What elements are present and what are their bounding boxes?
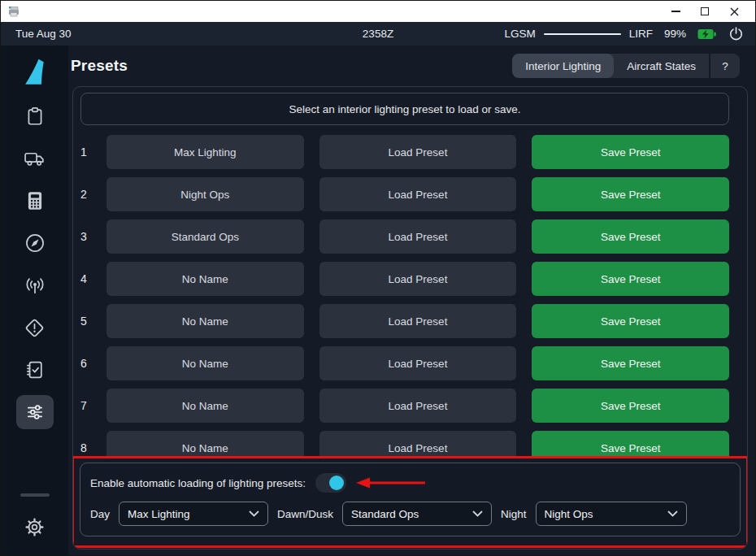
preset-name-button[interactable]: No Name <box>106 346 304 380</box>
auto-load-panel: Enable automatic loading of lighting pre… <box>80 463 741 536</box>
annotation-arrow <box>356 476 426 489</box>
chevron-down-icon <box>667 510 678 517</box>
load-preset-button[interactable]: Load Preset <box>319 262 517 296</box>
preset-name-button[interactable]: No Name <box>106 262 304 296</box>
auto-load-toggle[interactable] <box>315 473 346 493</box>
battery-charging-icon <box>697 28 717 40</box>
app-window: Tue Aug 30 2358Z LGSM LIRF 99% <box>0 0 756 556</box>
day-preset-value: Max Lighting <box>128 508 190 520</box>
checklist-icon <box>24 359 46 380</box>
load-preset-button[interactable]: Load Preset <box>319 177 517 211</box>
route-destination: LIRF <box>629 28 653 40</box>
sidebar-item-settings[interactable] <box>16 510 54 544</box>
preset-row: 6 No Name Load Preset Save Preset <box>80 346 729 380</box>
preset-number: 5 <box>80 315 91 328</box>
load-preset-button[interactable]: Load Preset <box>319 135 517 169</box>
sidebar-item-checklist[interactable] <box>16 353 54 387</box>
chevron-down-icon <box>472 510 483 517</box>
minimize-icon[interactable] <box>661 2 690 20</box>
load-preset-button[interactable]: Load Preset <box>319 346 517 380</box>
flight-route: LGSM LIRF <box>504 28 653 40</box>
sidebar-item-calculator[interactable] <box>16 184 54 218</box>
sidebar-nav <box>1 46 68 555</box>
night-preset-select[interactable]: Night Ops <box>536 502 687 526</box>
close-icon[interactable] <box>719 2 749 20</box>
toggle-knob <box>329 476 344 490</box>
sidebar-item-alerts[interactable] <box>16 311 54 345</box>
preset-row: 3 Standard Ops Load Preset Save Preset <box>80 219 729 254</box>
preset-row: 4 No Name Load Preset Save Preset <box>80 262 729 296</box>
preset-number: 4 <box>80 272 91 285</box>
preset-number: 2 <box>80 188 91 201</box>
battery-percent: 99% <box>664 28 686 40</box>
night-preset-value: Night Ops <box>545 508 593 520</box>
preset-number: 1 <box>80 146 91 159</box>
preset-number: 8 <box>80 441 91 454</box>
route-origin: LGSM <box>504 28 535 40</box>
save-preset-button[interactable]: Save Preset <box>532 389 729 423</box>
preset-row: 7 No Name Load Preset Save Preset <box>80 389 729 423</box>
chevron-down-icon <box>249 510 259 517</box>
antenna-icon <box>24 275 46 296</box>
compass-icon <box>24 232 46 254</box>
night-label: Night <box>501 508 527 520</box>
sidebar-item-presets[interactable] <box>16 395 54 429</box>
dawn-dusk-label: Dawn/Dusk <box>277 508 333 520</box>
status-bar: Tue Aug 30 2358Z LGSM LIRF 99% <box>1 22 755 46</box>
save-preset-button[interactable]: Save Preset <box>532 262 729 296</box>
save-preset-button[interactable]: Save Preset <box>532 346 729 380</box>
dawn-dusk-preset-value: Standard Ops <box>351 508 419 520</box>
preset-row: 1 Max Lighting Load Preset Save Preset <box>80 135 729 169</box>
preset-number: 7 <box>80 399 91 412</box>
preset-list-container: Select an interior lighting preset to lo… <box>72 86 748 549</box>
clipboard-icon <box>24 106 46 127</box>
titlebar <box>1 1 755 22</box>
maximize-icon[interactable] <box>690 2 719 20</box>
sidebar-item-comms[interactable] <box>16 268 54 302</box>
save-preset-button[interactable]: Save Preset <box>532 304 729 338</box>
tab-aircraft-states[interactable]: Aircraft States <box>614 54 709 78</box>
day-label: Day <box>90 508 110 520</box>
save-preset-button[interactable]: Save Preset <box>532 219 729 254</box>
tab-group: Interior Lighting Aircraft States ? <box>512 54 740 78</box>
sidebar-item-ground-services[interactable] <box>16 141 54 176</box>
main-pane: Presets Interior Lighting Aircraft State… <box>68 46 755 555</box>
sidebar-item-clipboard[interactable] <box>16 99 54 133</box>
tab-interior-lighting[interactable]: Interior Lighting <box>512 54 614 78</box>
save-preset-button[interactable]: Save Preset <box>532 177 729 211</box>
sidebar-item-compass[interactable] <box>16 226 54 260</box>
preset-name-button[interactable]: No Name <box>106 304 304 338</box>
gear-icon <box>24 516 46 538</box>
truck-icon <box>24 149 46 168</box>
status-date: Tue Aug 30 <box>15 28 72 40</box>
load-preset-button[interactable]: Load Preset <box>319 219 517 254</box>
warning-diamond-icon <box>24 317 46 339</box>
instruction-banner: Select an interior lighting preset to lo… <box>80 93 729 125</box>
preset-name-button[interactable]: Standard Ops <box>106 219 304 254</box>
airline-winglet-logo <box>21 52 49 91</box>
dawn-dusk-preset-select[interactable]: Standard Ops <box>342 502 492 526</box>
calculator-icon <box>24 190 46 211</box>
app-icon <box>7 5 20 18</box>
preset-name-button[interactable]: No Name <box>106 389 304 423</box>
preset-name-button[interactable]: Night Ops <box>106 177 304 211</box>
page-header: Presets Interior Lighting Aircraft State… <box>71 54 740 78</box>
preset-row: 2 Night Ops Load Preset Save Preset <box>80 177 729 211</box>
preset-number: 3 <box>80 230 91 243</box>
preset-row: 5 No Name Load Preset Save Preset <box>80 304 729 338</box>
load-preset-button[interactable]: Load Preset <box>319 304 517 338</box>
preset-number: 6 <box>80 357 91 370</box>
page-title: Presets <box>71 57 128 75</box>
save-preset-button[interactable]: Save Preset <box>532 135 729 169</box>
help-button[interactable]: ? <box>709 54 740 78</box>
power-icon[interactable] <box>728 26 744 41</box>
preset-name-button[interactable]: Max Lighting <box>106 135 304 169</box>
day-preset-select[interactable]: Max Lighting <box>119 502 268 526</box>
route-progress-line <box>544 33 621 35</box>
load-preset-button[interactable]: Load Preset <box>319 389 517 423</box>
sidebar-divider <box>20 493 50 497</box>
sliders-icon <box>24 402 46 423</box>
auto-load-label: Enable automatic loading of lighting pre… <box>90 477 306 489</box>
annotation-highlight-box: Enable automatic loading of lighting pre… <box>72 456 748 548</box>
